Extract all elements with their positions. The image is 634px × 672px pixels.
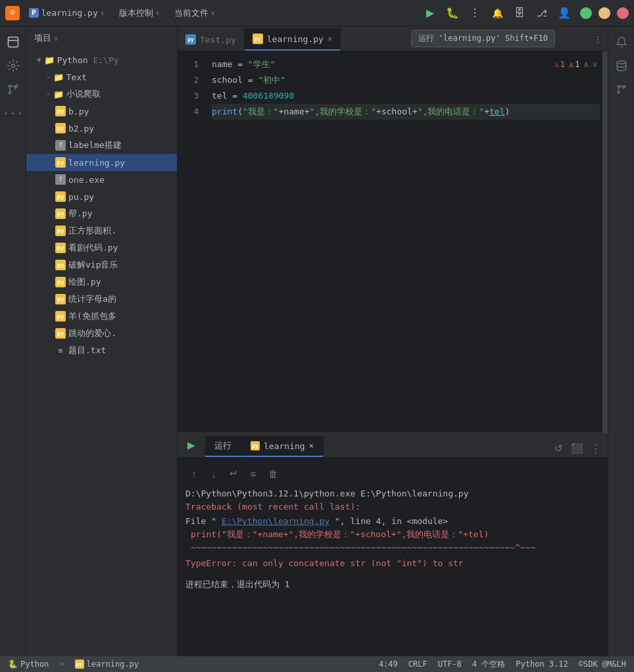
py-file-icon: py <box>55 191 66 202</box>
file-suffix: ", line 4, in <module> <box>335 516 448 526</box>
version-chevron-icon: ∨ <box>156 9 160 16</box>
code-token: "我是：" <box>243 104 279 120</box>
tab-learningpy[interactable]: py learning.py × <box>245 28 341 51</box>
py-file-icon: py <box>55 226 66 236</box>
expand-icon[interactable]: ∨ <box>593 57 597 72</box>
tree-item-bangpy[interactable]: py 帮.py <box>26 205 177 222</box>
activity-git-icon[interactable] <box>3 79 24 100</box>
right-notifications-icon[interactable] <box>611 32 632 53</box>
minimize-button[interactable] <box>580 7 592 19</box>
tab-testpy[interactable]: py Test.py <box>178 28 245 51</box>
tree-item-label: learning.py <box>68 158 125 168</box>
stop-button[interactable]: ⬛ <box>568 440 585 457</box>
python-version-label: Python 3.12 <box>516 660 568 669</box>
bottom-tab-run[interactable]: 运行 <box>205 436 241 457</box>
tree-item-learningpy[interactable]: py learning.py <box>26 154 177 171</box>
right-db-icon[interactable] <box>611 55 632 76</box>
py-status-icon: py <box>75 660 84 669</box>
code-token: ) <box>505 104 510 120</box>
run-button[interactable]: ▶ <box>421 4 439 22</box>
code-line-1: name = "学生" <box>212 57 600 72</box>
tree-item-drama[interactable]: py 看剧代码.py <box>26 239 177 256</box>
warn-badge: ⚠ 1 <box>569 57 579 72</box>
user-plus-button[interactable]: 👤 <box>555 4 573 22</box>
code-token: ( <box>237 104 243 120</box>
tab-more-button[interactable]: ⋮ <box>588 28 608 51</box>
refresh-button[interactable]: ↺ <box>550 440 567 457</box>
file-link[interactable]: E:\Python\learning.py <box>222 516 329 526</box>
status-encoding[interactable]: UTF-8 <box>438 660 462 669</box>
close-button[interactable] <box>617 7 629 19</box>
py-file-icon: py <box>55 328 66 339</box>
version-control-menu[interactable]: 版本控制 ∨ <box>114 5 165 22</box>
tree-item-oneexe[interactable]: ? one.exe <box>26 171 177 188</box>
status-indent[interactable]: 4 个空格 <box>472 659 505 670</box>
svg-point-7 <box>623 85 625 87</box>
folder-icon: 📁 <box>53 72 64 82</box>
activity-plugins-icon[interactable] <box>3 55 24 76</box>
svg-point-8 <box>618 91 620 93</box>
py-file-icon: py <box>55 208 66 219</box>
tree-item-sheep[interactable]: py 羊(免抓包多 <box>26 308 177 325</box>
py-file-icon: py <box>55 311 66 322</box>
tree-item-vip[interactable]: py 破解vip音乐 <box>26 256 177 274</box>
tree-item-bpy[interactable]: py b.py <box>26 103 177 120</box>
activity-files-icon[interactable] <box>3 32 24 53</box>
more-menu-button[interactable]: ⋮ <box>466 4 484 22</box>
tree-item-count[interactable]: py 统计字母a的 <box>26 291 177 308</box>
bottom-tab-learning[interactable]: py learning × <box>241 436 324 457</box>
tree-root-python[interactable]: ▼ 📁 Python E:\Py <box>26 51 177 68</box>
status-file[interactable]: py learning.py <box>75 660 139 669</box>
bell-button[interactable]: 🔔 <box>488 4 506 22</box>
code-token: + <box>279 104 284 120</box>
tree-item-text[interactable]: › 📁 Text <box>26 68 177 85</box>
tree-item-novel[interactable]: › 📁 小说爬取 <box>26 85 177 103</box>
terminal-scroll-up[interactable]: ↑ <box>185 465 203 482</box>
tree-item-labelme[interactable]: ? labelme搭建 <box>26 137 177 154</box>
editor-content: 1 2 3 4 ⚠ 1 ⚠ 1 ∧ ∨ <box>178 51 608 433</box>
status-python-version[interactable]: Python 3.12 <box>516 660 568 669</box>
code-token: "学生" <box>248 57 276 72</box>
learning-tab-close[interactable]: × <box>309 441 314 450</box>
terminal-exit-line: 进程已结束，退出代码为 1 <box>185 578 600 591</box>
py-tab-icon: py <box>185 34 196 45</box>
tree-item-heart[interactable]: py 跳动的爱心. <box>26 325 177 342</box>
terminal-scroll-down[interactable]: ↓ <box>205 465 222 482</box>
line-num-1: 1 <box>178 57 199 72</box>
right-git-icon[interactable] <box>611 79 632 100</box>
current-file-menu[interactable]: 当前文件 ∨ <box>169 5 220 22</box>
tree-item-label: 看剧代码.py <box>68 242 118 254</box>
expand-icon: › <box>46 73 51 82</box>
file-menu-p[interactable]: P learning.py ∨ <box>24 5 110 20</box>
debug-button[interactable]: 🐛 <box>443 4 462 22</box>
code-token: "初中" <box>258 72 285 88</box>
editor-scrollbar[interactable] <box>602 51 608 433</box>
maximize-button[interactable] <box>598 7 610 19</box>
q-file-icon: ? <box>55 174 66 185</box>
tree-item-label: 破解vip音乐 <box>68 259 118 271</box>
collapse-icon[interactable]: ∧ <box>584 57 589 72</box>
run-panel-icon[interactable]: ▶ <box>183 437 200 454</box>
more-terminal-button[interactable]: ⋮ <box>587 440 604 457</box>
terminal-clear[interactable]: 🗑 <box>264 465 281 482</box>
tree-item-pupy[interactable]: py pu.py <box>26 188 177 205</box>
status-line-ending[interactable]: CRLF <box>408 660 427 669</box>
tree-item-txt[interactable]: ≡ 题目.txt <box>26 342 177 359</box>
terminal-filter[interactable]: ≡ <box>245 465 262 482</box>
txt-file-icon: ≡ <box>55 345 66 356</box>
tree-item-label: Python E:\Py <box>57 55 119 65</box>
branch-button[interactable]: ⎇ <box>533 4 551 22</box>
terminal-wrap[interactable]: ↵ <box>225 465 242 482</box>
tree-item-b2py[interactable]: py b2.py <box>26 120 177 137</box>
code-area[interactable]: ⚠ 1 ⚠ 1 ∧ ∨ name = "学生" <box>204 51 608 433</box>
status-position[interactable]: 4:49 <box>379 660 398 669</box>
tree-item-square[interactable]: py 正方形面积. <box>26 222 177 239</box>
error-badge: ⚠ 1 <box>554 57 565 72</box>
right-bar <box>608 26 634 656</box>
activity-more-icon[interactable]: ··· <box>3 103 24 124</box>
status-python[interactable]: 🐍 Python <box>8 660 49 669</box>
indent-label: 4 个空格 <box>472 659 505 670</box>
db-icon-button[interactable]: 🗄 <box>510 4 529 22</box>
tab-close-icon[interactable]: × <box>328 34 332 43</box>
tree-item-drawing[interactable]: py 绘图.py <box>26 274 177 291</box>
